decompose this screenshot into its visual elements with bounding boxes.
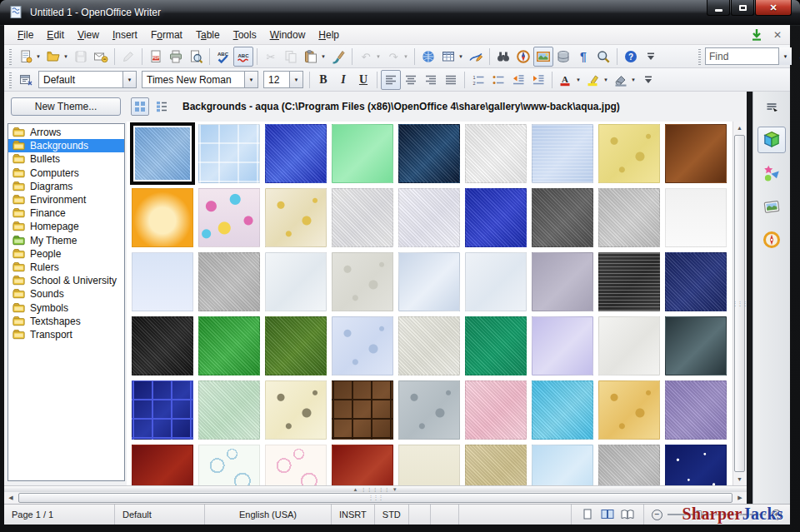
formatting-marks-button[interactable]: ¶	[573, 47, 593, 67]
toolbar-overflow-button[interactable]	[641, 47, 661, 67]
paste-button[interactable]: ▼	[301, 47, 328, 67]
underline-button[interactable]: U	[353, 70, 373, 90]
page-style-field[interactable]: Default	[115, 505, 205, 525]
navigator-button[interactable]	[513, 47, 533, 67]
gallery-item-pink-stucco[interactable]	[465, 380, 527, 440]
gallery-item-mint-leather[interactable]	[198, 380, 260, 440]
gallery-item-pastel-rings-cool[interactable]	[198, 445, 260, 485]
detail-view-toggle[interactable]	[152, 97, 171, 116]
gallery-item-gray-paper[interactable]	[332, 188, 393, 247]
menu-insert[interactable]: Insert	[106, 27, 144, 43]
language-field[interactable]: English (USA)	[205, 505, 332, 525]
font-name-combo[interactable]: Times New Roman▼	[142, 71, 258, 88]
gallery-item-aqua[interactable]	[132, 124, 193, 183]
multi-page-view-icon[interactable]	[599, 506, 616, 523]
gallery-item-emerald[interactable]	[465, 316, 527, 375]
data-sources-button[interactable]	[553, 47, 573, 67]
gallery-button[interactable]	[533, 47, 553, 67]
bullets-button[interactable]	[488, 70, 508, 90]
theme-computers[interactable]: Computers	[8, 167, 124, 180]
theme-transport[interactable]: Transport	[8, 328, 124, 341]
export-pdf-button[interactable]: PDF	[146, 47, 166, 67]
selection-mode-field[interactable]: STD	[375, 505, 409, 525]
sidebar-settings-icon[interactable]	[763, 98, 780, 115]
scroll-left-icon[interactable]: ◀	[4, 495, 18, 501]
increase-indent-button[interactable]	[528, 70, 548, 90]
zoom-out-icon[interactable]: −	[652, 510, 662, 520]
gallery-item-black-speckle[interactable]	[132, 316, 193, 375]
gallery-resize-splitter[interactable]: ▲ ⋮⋮⋮⋮⋮ ▼	[4, 485, 747, 492]
insert-mode-field[interactable]: INSRT	[332, 505, 375, 525]
gallery-item-orange-slice[interactable]	[132, 188, 193, 247]
menu-view[interactable]: View	[71, 27, 106, 43]
gallery-item-sand[interactable]	[465, 445, 527, 485]
italic-button[interactable]: I	[333, 70, 353, 90]
theme-people[interactable]: People	[8, 247, 124, 261]
gallery-item-pool-tiles[interactable]	[198, 124, 260, 183]
gallery-item-navy-denim[interactable]	[665, 252, 727, 311]
new-document-dropdown[interactable]: ▼	[36, 54, 42, 59]
gallery-item-dark-ocean[interactable]	[398, 124, 460, 183]
gallery-item-light-gravel[interactable]	[598, 188, 660, 247]
single-page-view-icon[interactable]	[579, 506, 596, 523]
format-paintbrush-button[interactable]	[328, 47, 348, 67]
undo-dropdown[interactable]: ▼	[376, 54, 382, 59]
new-theme-button[interactable]: New Theme...	[11, 97, 121, 116]
update-available-icon[interactable]	[748, 27, 765, 43]
theme-backgrounds[interactable]: Backgrounds	[8, 139, 124, 152]
gallery-item-purple-leather[interactable]	[665, 380, 727, 440]
styles-window-button[interactable]	[16, 70, 36, 90]
vertical-scroll-thumb[interactable]: ⋮⋮⋮	[734, 135, 745, 472]
help-button[interactable]: ?	[621, 47, 641, 67]
open-button[interactable]: ▼	[43, 47, 71, 67]
gallery-item-white-canvas[interactable]	[398, 316, 460, 375]
font-color-button[interactable]: A▼	[556, 70, 583, 90]
gallery-item-smoke-marble[interactable]	[665, 316, 727, 375]
theme-arrows[interactable]: Arrows	[8, 126, 124, 139]
gallery-item-blue-glitter[interactable]	[465, 188, 527, 247]
theme-environment[interactable]: Environment	[8, 193, 124, 206]
gallery-item-red-roses[interactable]	[332, 445, 393, 485]
gallery-item-chocolate-swirl[interactable]	[665, 124, 727, 183]
align-left-button[interactable]	[381, 70, 401, 90]
gallery-item-white-stucco[interactable]	[398, 188, 460, 247]
scroll-right-icon[interactable]: ▶	[733, 495, 747, 501]
paste-dropdown[interactable]: ▼	[321, 54, 327, 59]
gallery-item-gray-stucco[interactable]	[598, 445, 660, 485]
find-input[interactable]	[705, 47, 778, 65]
paragraph-style-combo[interactable]: Default▼	[38, 71, 137, 88]
menu-help[interactable]: Help	[312, 27, 346, 43]
theme-my-theme[interactable]: My Theme	[8, 234, 124, 247]
gallery-item-dark-gravel[interactable]	[532, 188, 593, 247]
open-dropdown[interactable]: ▼	[63, 54, 69, 59]
print-button[interactable]	[166, 47, 186, 67]
gallery-item-white-fur[interactable]	[265, 252, 327, 311]
bold-button[interactable]: B	[313, 70, 333, 90]
menu-window[interactable]: Window	[263, 27, 312, 43]
gallery-item-starry-night[interactable]	[665, 445, 727, 485]
menu-edit[interactable]: Edit	[40, 27, 71, 43]
toolbar-grip[interactable]	[8, 48, 12, 65]
navigator-deck-button[interactable]	[758, 226, 786, 253]
font-color-dropdown[interactable]: ▼	[576, 77, 582, 82]
background-color-button[interactable]: ▼	[611, 70, 638, 90]
insert-table-button[interactable]: ▼	[438, 47, 466, 67]
hyperlink-button[interactable]	[418, 47, 438, 67]
align-justify-button[interactable]	[441, 70, 461, 90]
gallery-item-pebbles[interactable]	[398, 380, 460, 440]
font-size-dropdown[interactable]: ▼	[289, 72, 302, 87]
gallery-item-pastel-rings-warm[interactable]	[265, 445, 327, 485]
gallery-item-white-crinkle[interactable]	[598, 316, 660, 375]
icon-view-toggle[interactable]	[131, 97, 149, 116]
horizontal-scroll-thumb[interactable]: ⋮⋮⋮	[18, 493, 732, 503]
gallery-item-ivory[interactable]	[398, 445, 460, 485]
theme-finance[interactable]: Finance	[8, 206, 124, 220]
gallery-item-green-wave[interactable]	[332, 124, 393, 183]
email-document-button[interactable]	[91, 47, 111, 67]
auto-spellcheck-button[interactable]: ABC	[233, 47, 253, 67]
toolbar-grip[interactable]	[8, 72, 12, 88]
toolbar-grip[interactable]	[698, 48, 702, 65]
font-name-dropdown[interactable]: ▼	[244, 72, 258, 87]
font-size-combo[interactable]: 12▼	[263, 71, 303, 88]
minimize-button[interactable]	[707, 0, 730, 16]
